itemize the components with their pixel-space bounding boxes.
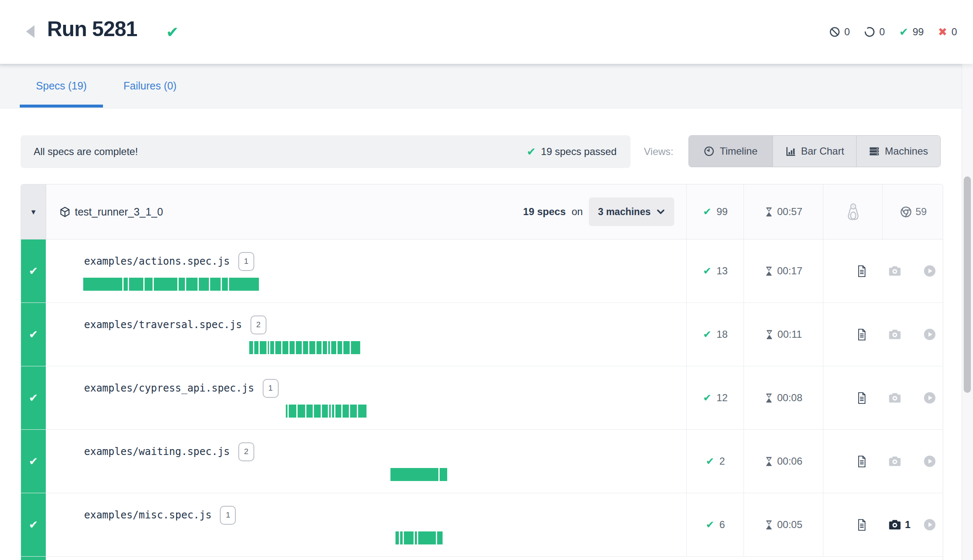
screenshots-button[interactable] <box>889 239 901 302</box>
timeline-segment <box>270 341 274 354</box>
clock-icon <box>704 146 715 157</box>
spec-main-cell: examples/misc.spec.js 1 <box>46 493 686 556</box>
stdout-button[interactable] <box>857 239 867 302</box>
video-button[interactable] <box>923 366 936 429</box>
machine-group-header: ▾ test_runner_3_1_0 19 specs on 3 machin… <box>21 184 943 239</box>
collapse-toggle[interactable]: ▾ <box>21 184 46 239</box>
timeline-segment <box>323 341 327 354</box>
back-icon[interactable] <box>26 25 34 38</box>
spec-main-cell <box>46 557 686 560</box>
artifact-icons <box>823 366 943 429</box>
screenshots-button[interactable] <box>889 430 901 493</box>
timeline-bar[interactable] <box>249 341 360 354</box>
timeline-bar[interactable] <box>390 468 447 481</box>
timeline-bar[interactable] <box>286 405 367 418</box>
timeline-bar[interactable] <box>396 531 443 544</box>
spec-file[interactable]: examples/actions.spec.js <box>84 255 230 267</box>
spec-file[interactable]: examples/traversal.spec.js <box>84 319 242 331</box>
hourglass-icon <box>765 266 773 277</box>
stdout-button[interactable] <box>857 430 867 493</box>
video-button[interactable] <box>923 239 936 302</box>
bar-chart-button-label: Bar Chart <box>801 145 844 157</box>
spec-file[interactable]: examples/waiting.spec.js <box>84 446 230 457</box>
play-icon <box>923 328 936 341</box>
timeline-view-button[interactable]: Timeline <box>689 136 773 167</box>
video-button[interactable] <box>923 493 936 556</box>
pending-circle-icon <box>864 26 875 37</box>
spec-badge: 1 <box>238 252 254 271</box>
alert-message: All specs are complete! <box>34 146 138 158</box>
play-icon <box>923 265 936 277</box>
spec-status-bar: ✔ <box>21 430 46 493</box>
tab-specs-label: Specs (19) <box>36 80 87 92</box>
tab-specs[interactable]: Specs (19) <box>20 64 103 108</box>
spec-rows: ✔ examples/actions.spec.js 1 ✔ 13 00:17 <box>21 239 943 560</box>
skipped-stat: 0 <box>829 26 850 38</box>
passed-count: 12 <box>717 392 728 404</box>
group-passed-cell: ✔ 99 <box>686 184 744 239</box>
machines-dropdown[interactable]: 3 machines <box>589 197 674 226</box>
screenshots-button[interactable] <box>889 366 901 429</box>
timeline-segment <box>343 341 350 354</box>
cube-icon <box>59 206 71 218</box>
check-icon: ✔ <box>706 519 714 531</box>
timeline-track <box>83 531 709 544</box>
timeline-segment <box>254 341 258 354</box>
spec-file[interactable]: examples/cypress_api.spec.js <box>84 382 254 394</box>
tab-failures-label: Failures (0) <box>124 80 177 92</box>
stdout-button[interactable] <box>857 493 867 556</box>
run-passed-check-icon: ✔ <box>166 24 179 41</box>
run-details-page: Run 5281 ✔ 0 0 ✔ 99 ✖ 0 <box>0 0 973 560</box>
spec-artifacts-cell <box>823 303 943 366</box>
chrome-icon <box>900 206 912 218</box>
timeline-segment <box>290 341 295 354</box>
spec-file-line: examples/traversal.spec.js 2 <box>84 314 266 336</box>
spec-file-line: examples/waiting.spec.js 2 <box>84 441 254 463</box>
spec-row: ✔ examples/misc.spec.js 1 ✔ 6 00:05 <box>21 493 943 557</box>
x-icon: ✖ <box>938 26 947 39</box>
timeline-segment <box>296 341 302 354</box>
bar-chart-view-button[interactable]: Bar Chart <box>773 136 857 167</box>
timeline-segment <box>316 341 322 354</box>
timeline-segment <box>145 278 153 291</box>
spec-artifacts-cell <box>823 239 943 302</box>
stdout-button[interactable] <box>857 303 867 366</box>
timeline-segment <box>350 405 357 418</box>
group-name-block: test_runner_3_1_0 <box>59 184 163 239</box>
timeline-segment <box>199 278 209 291</box>
timeline-segment <box>338 341 342 354</box>
duration: 00:06 <box>777 455 802 467</box>
timeline-segment <box>351 341 360 354</box>
artifact-icons <box>823 303 943 366</box>
group-passed-count: 99 <box>717 206 728 218</box>
failed-count: 0 <box>952 26 957 38</box>
passed-count: 2 <box>719 455 725 467</box>
spec-status-bar: ✔ <box>21 303 46 366</box>
screenshots-button[interactable]: 1 <box>889 493 910 556</box>
scrollbar-thumb[interactable] <box>964 176 971 393</box>
timeline-segment <box>328 341 330 354</box>
spec-file-line: examples/actions.spec.js 1 <box>84 250 254 272</box>
video-button[interactable] <box>923 303 936 366</box>
timeline-segment <box>179 278 185 291</box>
screenshots-button[interactable] <box>889 303 901 366</box>
spec-row: ✔ examples/traversal.spec.js 2 ✔ 18 00:1… <box>21 303 943 366</box>
camera-icon <box>889 393 901 403</box>
check-icon: ✔ <box>706 455 714 467</box>
check-icon: ✔ <box>29 518 38 531</box>
stdout-button[interactable] <box>857 366 867 429</box>
timeline-segment <box>306 405 313 418</box>
machines-view-button[interactable]: Machines <box>856 136 940 167</box>
spec-main-cell: examples/traversal.spec.js 2 <box>46 303 686 366</box>
timeline-bar[interactable] <box>83 278 259 291</box>
video-button[interactable] <box>923 430 936 493</box>
timeline-button-label: Timeline <box>720 145 757 157</box>
duration: 00:17 <box>777 265 802 277</box>
timeline-segment <box>154 278 177 291</box>
timeline-segment <box>186 278 198 291</box>
spec-main-cell: examples/actions.spec.js 1 <box>46 239 686 302</box>
spec-file[interactable]: examples/misc.spec.js <box>84 509 211 521</box>
timeline-segment <box>249 341 253 354</box>
passed-count: 6 <box>719 519 725 531</box>
tab-failures[interactable]: Failures (0) <box>116 64 184 108</box>
